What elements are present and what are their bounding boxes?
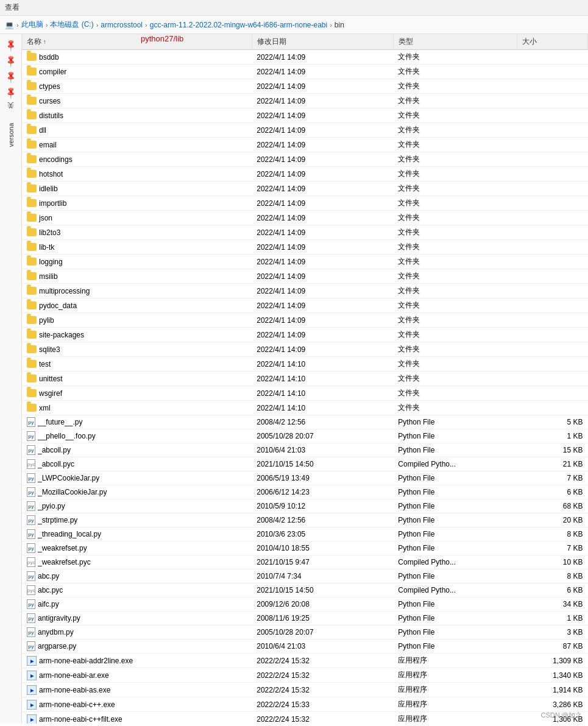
top-bar-item-view[interactable]: 查看 bbox=[5, 2, 19, 13]
table-row[interactable]: pyabc.py2010/7/4 7:34Python File8 KB bbox=[22, 569, 588, 583]
file-type-cell: 文件夹 bbox=[393, 50, 517, 65]
file-size-cell: 8 KB bbox=[517, 569, 587, 583]
python-file-icon: py bbox=[27, 501, 35, 511]
file-date-cell: 2022/4/1 14:09 bbox=[252, 79, 393, 94]
table-row[interactable]: pyc_weakrefset.pyc2021/10/15 9:47Compile… bbox=[22, 555, 588, 569]
pin-icon-1[interactable]: 📌 bbox=[2, 52, 19, 70]
table-row[interactable]: idlelib2022/4/1 14:09文件夹 bbox=[22, 182, 588, 196]
table-row[interactable]: logging2022/4/1 14:09文件夹 bbox=[22, 255, 588, 269]
file-name-cell: ▶arm-none-eabi-as.exe bbox=[22, 683, 252, 697]
table-row[interactable]: pyc_abcoll.pyc2021/10/15 14:50Compiled P… bbox=[22, 457, 588, 471]
table-row[interactable]: py__future__.py2008/4/2 12:56Python File… bbox=[22, 415, 588, 429]
table-row[interactable]: py_pyio.py2010/5/9 10:12Python File68 KB bbox=[22, 499, 588, 513]
folder-icon bbox=[27, 375, 37, 382]
file-size-cell bbox=[517, 211, 587, 225]
table-row[interactable]: bsddb2022/4/1 14:09文件夹 bbox=[22, 50, 588, 65]
table-row[interactable]: compiler2022/4/1 14:09文件夹 bbox=[22, 65, 588, 79]
table-row[interactable]: json2022/4/1 14:09文件夹 bbox=[22, 211, 588, 225]
table-row[interactable]: pylib2022/4/1 14:09文件夹 bbox=[22, 313, 588, 328]
folder-icon bbox=[27, 316, 37, 324]
file-size-cell bbox=[517, 372, 587, 386]
table-row[interactable]: ▶arm-none-eabi-as.exe2022/2/24 15:32应用程序… bbox=[22, 683, 588, 697]
file-type-cell: 应用程序 bbox=[393, 683, 517, 697]
col-header-size[interactable]: 大小 bbox=[517, 34, 587, 50]
table-row[interactable]: ▶arm-none-eabi-c++.exe2022/2/24 15:33应用程… bbox=[22, 697, 588, 712]
table-row[interactable]: pyaifc.py2009/12/6 20:08Python File34 KB bbox=[22, 597, 588, 611]
table-row[interactable]: wsgiref2022/4/1 14:10文件夹 bbox=[22, 386, 588, 401]
file-size-cell: 1,309 KB bbox=[517, 654, 587, 668]
breadcrumb-sep-1: › bbox=[46, 21, 48, 29]
file-date-cell: 2010/6/4 21:03 bbox=[252, 640, 393, 654]
watermark: CSDN @如之 bbox=[541, 711, 582, 720]
table-row[interactable]: pyantigravity.py2008/11/6 19:25Python Fi… bbox=[22, 611, 588, 626]
table-row[interactable]: dll2022/4/1 14:09文件夹 bbox=[22, 123, 588, 138]
breadcrumb-item-4[interactable]: bin bbox=[335, 21, 344, 29]
table-row[interactable]: lib2to32022/4/1 14:09文件夹 bbox=[22, 225, 588, 240]
table-row[interactable]: encodings2022/4/1 14:09文件夹 bbox=[22, 152, 588, 167]
breadcrumb-item-1[interactable]: 本地磁盘 (C:) bbox=[50, 19, 93, 30]
file-type-cell: Python File bbox=[393, 597, 517, 611]
file-size-cell bbox=[517, 123, 587, 138]
table-row[interactable]: py__phello__.foo.py2005/10/28 20:07Pytho… bbox=[22, 429, 588, 443]
file-size-cell: 8 KB bbox=[517, 527, 587, 541]
table-row[interactable]: importlib2022/4/1 14:09文件夹 bbox=[22, 196, 588, 211]
file-date-cell: 2022/4/1 14:09 bbox=[252, 225, 393, 240]
file-size-cell: 68 KB bbox=[517, 499, 587, 513]
table-row[interactable]: site-packages2022/4/1 14:09文件夹 bbox=[22, 328, 588, 342]
table-row[interactable]: py_threading_local.py2010/3/6 23:05Pytho… bbox=[22, 527, 588, 541]
table-row[interactable]: sqlite32022/4/1 14:09文件夹 bbox=[22, 342, 588, 357]
col-header-date[interactable]: 修改日期 bbox=[252, 34, 393, 50]
table-row[interactable]: multiprocessing2022/4/1 14:09文件夹 bbox=[22, 284, 588, 298]
breadcrumb-sep-3: › bbox=[145, 21, 147, 29]
file-date-cell: 2022/4/1 14:09 bbox=[252, 182, 393, 196]
table-row[interactable]: py_abcoll.py2010/6/4 21:03Python File15 … bbox=[22, 443, 588, 457]
table-row[interactable]: ▶arm-none-eabi-ar.exe2022/2/24 15:32应用程序… bbox=[22, 668, 588, 683]
table-row[interactable]: py_LWPCookieJar.py2006/5/19 13:49Python … bbox=[22, 471, 588, 485]
table-row[interactable]: curses2022/4/1 14:09文件夹 bbox=[22, 94, 588, 108]
table-row[interactable]: pyargparse.py2010/6/4 21:03Python File87… bbox=[22, 640, 588, 654]
file-name-text: importlib bbox=[39, 199, 66, 208]
table-row[interactable]: py_MozillaCookieJar.py2006/6/12 14:23Pyt… bbox=[22, 485, 588, 499]
table-row[interactable]: pycabc.pyc2021/10/15 14:50Compiled Pytho… bbox=[22, 583, 588, 597]
breadcrumb-icon: 💻 bbox=[5, 21, 14, 29]
table-row[interactable]: xml2022/4/1 14:10文件夹 bbox=[22, 401, 588, 415]
file-browser-content[interactable]: python27/lib 名称 修改日期 类型 大小 bsddb2022/4/1… bbox=[22, 34, 588, 724]
table-row[interactable]: ▶arm-none-eabi-addr2line.exe2022/2/24 15… bbox=[22, 654, 588, 668]
table-row[interactable]: test2022/4/1 14:10文件夹 bbox=[22, 357, 588, 372]
table-row[interactable]: py_weakrefset.py2010/4/10 18:55Python Fi… bbox=[22, 541, 588, 555]
file-name-text: idlelib bbox=[39, 185, 58, 193]
file-size-cell bbox=[517, 298, 587, 313]
file-size-cell bbox=[517, 255, 587, 269]
table-row[interactable]: distutils2022/4/1 14:09文件夹 bbox=[22, 108, 588, 123]
file-type-cell: 文件夹 bbox=[393, 65, 517, 79]
table-row[interactable]: py_strptime.py2008/4/2 12:56Python File2… bbox=[22, 513, 588, 527]
table-row[interactable]: email2022/4/1 14:09文件夹 bbox=[22, 138, 588, 152]
file-size-cell bbox=[517, 152, 587, 167]
file-name-cell: py__future__.py bbox=[22, 415, 252, 429]
table-row[interactable]: ctypes2022/4/1 14:09文件夹 bbox=[22, 79, 588, 94]
breadcrumb-item-0[interactable]: 此电脑 bbox=[21, 19, 43, 30]
file-size-cell: 15 KB bbox=[517, 443, 587, 457]
folder-icon bbox=[27, 389, 37, 397]
file-name-cell: site-packages bbox=[22, 328, 252, 342]
pin-icon-2[interactable]: 📌 bbox=[2, 68, 19, 86]
table-row[interactable]: lib-tk2022/4/1 14:09文件夹 bbox=[22, 240, 588, 255]
file-type-cell: 应用程序 bbox=[393, 697, 517, 712]
col-header-name[interactable]: 名称 bbox=[22, 34, 252, 50]
breadcrumb-item-2[interactable]: armcrosstool bbox=[101, 21, 143, 29]
pin-icon-0[interactable]: 📌 bbox=[2, 37, 19, 54]
breadcrumb-item-3[interactable]: gcc-arm-11.2-2022.02-mingw-w64-i686-arm-… bbox=[150, 21, 327, 29]
table-row[interactable]: pyanydbm.py2005/10/28 20:07Python File3 … bbox=[22, 626, 588, 640]
file-name-text: email bbox=[39, 141, 57, 149]
table-row[interactable]: pydoc_data2022/4/1 14:09文件夹 bbox=[22, 298, 588, 313]
table-row[interactable]: unittest2022/4/1 14:10文件夹 bbox=[22, 372, 588, 386]
table-row[interactable]: ▶arm-none-eabi-c++filt.exe2022/2/24 15:3… bbox=[22, 712, 588, 724]
file-type-cell: Python File bbox=[393, 640, 517, 654]
table-row[interactable]: hotshot2022/4/1 14:09文件夹 bbox=[22, 167, 588, 182]
file-name-text: _weakrefset.pyc bbox=[38, 558, 91, 566]
file-name-cell: pyargparse.py bbox=[22, 640, 252, 654]
file-name-cell: idlelib bbox=[22, 182, 252, 196]
pin-icon-3[interactable]: 📌 bbox=[2, 84, 19, 102]
table-row[interactable]: msilib2022/4/1 14:09文件夹 bbox=[22, 269, 588, 284]
col-header-type[interactable]: 类型 bbox=[393, 34, 517, 50]
